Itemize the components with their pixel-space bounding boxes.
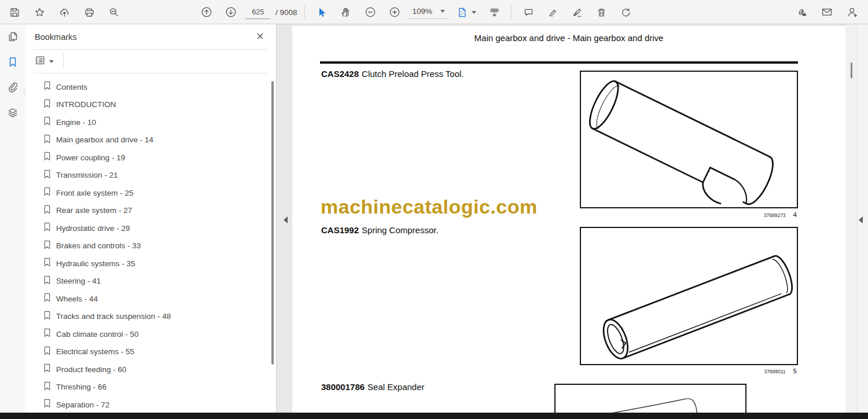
panel-close-button[interactable] (253, 30, 267, 44)
toolbar-separator (511, 5, 512, 19)
figure-seal-expander (554, 384, 746, 413)
bookmark-item[interactable]: Power coupling - 19 (25, 149, 276, 167)
hand-tool-button[interactable] (336, 2, 356, 22)
figure-caption-1: 37689273 4 (580, 211, 798, 218)
bookmark-item[interactable]: Hydraulic systems - 35 (25, 255, 276, 273)
email-button[interactable] (817, 2, 837, 22)
zoom-out-icon (365, 6, 376, 18)
bookmark-glyph-icon (43, 240, 51, 252)
scroll-mode-button[interactable] (484, 2, 504, 22)
select-tool-button[interactable] (312, 2, 332, 22)
person-add-icon (847, 6, 858, 18)
bookmarks-scrollbar[interactable] (271, 81, 274, 365)
bookmark-item[interactable]: Threshing - 66 (25, 378, 276, 396)
navigation-rail (0, 24, 25, 413)
divider (63, 54, 64, 69)
search-icon (109, 7, 120, 18)
bookmark-glyph-icon (43, 328, 51, 340)
bookmark-glyph-icon (43, 187, 51, 199)
bookmark-glyph-icon (43, 346, 51, 358)
find-button[interactable] (104, 2, 124, 22)
bookmark-item[interactable]: Main gearbox and drive - 14 (25, 131, 276, 149)
account-button[interactable] (843, 2, 862, 22)
bookmark-item[interactable]: Rear axle system - 27 (25, 202, 276, 220)
bookmark-item[interactable]: Tracks and track suspension - 48 (25, 308, 276, 326)
comment-icon (523, 7, 534, 18)
header-rule (320, 61, 798, 64)
bookmark-glyph-icon (43, 258, 51, 269)
trash-icon (596, 7, 607, 18)
print-button[interactable] (79, 2, 99, 22)
figure-spring-compressor (580, 227, 798, 365)
bookmark-glyph-icon (43, 363, 51, 375)
scroll-mode-icon (489, 7, 500, 18)
share-link-button[interactable] (792, 2, 811, 22)
zoom-level-control[interactable]: 109% (409, 5, 449, 19)
bookmark-glyph-icon (43, 399, 51, 410)
bookmark-item[interactable]: Brakes and controls - 33 (25, 237, 276, 255)
bookmarks-list: Contents INTRODUCTION Engine - 10 Main g… (25, 73, 276, 413)
zoom-out-button[interactable] (361, 2, 380, 22)
previous-page-button[interactable] (197, 2, 216, 22)
highlight-button[interactable] (543, 2, 562, 22)
rail-page-thumbnails-button[interactable] (0, 24, 25, 50)
bookmark-glyph-icon (43, 293, 51, 304)
comment-button[interactable] (518, 2, 538, 22)
favorite-button[interactable] (30, 2, 49, 22)
rotate-button[interactable] (616, 2, 635, 22)
layers-icon (7, 107, 19, 120)
page-up-icon (201, 6, 212, 18)
bookmark-item[interactable]: Front axle system - 25 (25, 184, 276, 202)
figure-clutch-preload-press-tool (580, 71, 798, 208)
save-button[interactable] (5, 2, 24, 22)
page-down-icon (225, 6, 237, 18)
page-number-input[interactable] (245, 5, 271, 19)
bookmark-item[interactable]: Steering - 41 (25, 273, 276, 291)
bookmark-glyph-icon (43, 222, 51, 234)
document-viewport[interactable]: Main gearbox and drive - Main gearbox an… (277, 24, 868, 413)
bookmark-item[interactable]: Transmission - 21 (25, 167, 276, 185)
bookmark-item[interactable]: INTRODUCTION (25, 96, 276, 114)
bookmark-glyph-icon (43, 170, 51, 181)
bookmark-item[interactable]: Cab climate control - 50 (25, 325, 276, 343)
bookmark-options-button[interactable] (35, 55, 54, 68)
next-page-button[interactable] (221, 2, 241, 22)
bookmark-item[interactable]: Wheels - 44 (25, 290, 276, 308)
share-button[interactable] (54, 2, 74, 22)
bookmark-item[interactable]: Electrical systems - 55 (25, 343, 276, 361)
sign-icon (572, 7, 583, 18)
bookmark-glyph-icon (43, 152, 51, 163)
bookmarks-panel: Bookmarks Contents INTRODUCTION Engine -… (25, 24, 277, 413)
document-scrollbar-thumb[interactable] (851, 63, 852, 78)
bookmark-glyph-icon (43, 134, 51, 146)
collapse-right-panel-arrow[interactable] (859, 216, 863, 223)
highlighter-icon (547, 7, 558, 18)
document-scrollbar[interactable] (845, 24, 857, 413)
bookmark-item[interactable]: Hydrostatic drive - 29 (25, 219, 276, 237)
rotate-icon (620, 7, 631, 18)
collapse-left-panel-arrow[interactable] (284, 216, 288, 223)
page-thumbnails-icon (7, 31, 19, 44)
bookmark-item[interactable]: Engine - 10 (25, 113, 276, 131)
rail-layers-button[interactable] (0, 101, 25, 126)
link-icon (796, 6, 807, 18)
delete-button[interactable] (591, 2, 611, 22)
paperclip-icon (7, 82, 19, 95)
chevron-down-icon (49, 60, 54, 63)
page-view-button[interactable] (453, 2, 480, 22)
share-upload-icon (59, 7, 70, 18)
star-icon (34, 7, 45, 18)
sign-button[interactable] (567, 2, 587, 22)
save-icon (9, 7, 20, 18)
bookmark-item[interactable]: Separation - 72 (25, 396, 276, 413)
page-view-icon (457, 7, 468, 18)
figure-caption-2: 37689011 5 (580, 367, 798, 374)
bookmark-icon (7, 56, 19, 69)
pointer-icon (316, 7, 327, 18)
mail-icon (821, 6, 833, 18)
bookmark-item[interactable]: Product feeding - 60 (25, 361, 276, 378)
bookmark-item[interactable]: Contents (25, 78, 276, 96)
zoom-in-button[interactable] (385, 2, 404, 22)
rail-bookmarks-button[interactable] (0, 50, 25, 75)
bookmark-glyph-icon (43, 116, 51, 128)
